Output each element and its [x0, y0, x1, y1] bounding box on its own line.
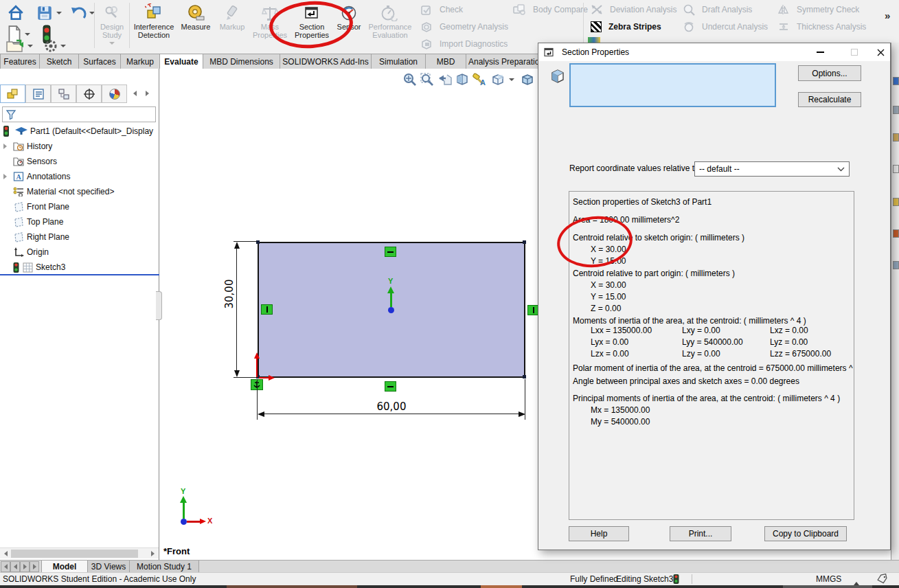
tab-scroll-prev-button[interactable] [10, 561, 20, 572]
scroll-left-arrow[interactable] [1, 550, 10, 558]
view-orientation-button[interactable] [490, 71, 506, 88]
tab-surfaces[interactable]: Surfaces [78, 54, 121, 69]
zoom-to-fit-button[interactable] [402, 71, 418, 88]
tab-simulation[interactable]: Simulation [371, 54, 426, 69]
print-button[interactable]: Print... [670, 526, 731, 541]
minimize-button[interactable] [810, 43, 830, 61]
tree-tab-scroll-left[interactable] [130, 89, 139, 98]
tab-mbd-dimensions[interactable]: MBD Dimensions [203, 54, 280, 69]
svg-text:A: A [480, 78, 486, 87]
tab-solidworks-addins[interactable]: SOLIDWORKS Add-Ins [280, 54, 372, 69]
tree-item-annotations[interactable]: A Annotations [0, 169, 159, 184]
scroll-right-arrow[interactable] [148, 550, 157, 558]
tree-item-top-plane[interactable]: Top Plane [0, 214, 159, 229]
deviation-analysis-label: Deviation Analysis [610, 5, 676, 14]
moment-lxz: Lxz = 0.00 [770, 326, 852, 335]
moment-lyx: Lyx = 0.00 [591, 337, 682, 347]
tree-horizontal-scrollbar[interactable] [0, 547, 159, 558]
tree-filter-input[interactable] [2, 106, 156, 122]
featuremanager-tab[interactable] [0, 84, 25, 103]
tree-item-part1[interactable]: Part1 (Default<<Default>_Display [0, 124, 159, 139]
task-pane-icon-fragment [893, 77, 899, 85]
property-manager-tab[interactable] [25, 84, 51, 103]
undo-icon[interactable] [70, 5, 87, 21]
home-icon[interactable] [7, 4, 25, 22]
tab-markup[interactable]: Markup [120, 54, 160, 69]
task-pane-strip[interactable] [891, 43, 899, 560]
save-icon[interactable] [36, 4, 54, 22]
tab-sketch[interactable]: Sketch [39, 54, 79, 69]
tag-icon[interactable] [876, 574, 888, 584]
quick-access-row1 [7, 4, 95, 22]
tree-item-right-plane[interactable]: Right Plane [0, 229, 159, 245]
open-icon[interactable] [5, 39, 25, 53]
tab-evaluate[interactable]: Evaluate [159, 54, 203, 69]
sketch-vertex[interactable] [523, 240, 526, 244]
performance-evaluation-icon [381, 2, 399, 21]
sketch-vertex[interactable] [523, 375, 526, 378]
expand-arrow-icon[interactable] [3, 142, 10, 151]
configuration-manager-tab[interactable] [51, 84, 76, 103]
status-separator [692, 574, 692, 584]
interference-detection-button[interactable]: Interference Detection [131, 2, 177, 39]
new-dropdown-caret[interactable] [25, 33, 30, 36]
horizontal-constraint-icon[interactable] [385, 381, 396, 392]
tree-tab-scroll-right[interactable] [143, 89, 151, 98]
rollback-bar[interactable] [0, 274, 159, 275]
toolbar-overflow-button[interactable]: » [885, 10, 890, 21]
close-button[interactable] [870, 43, 891, 61]
display-style-button[interactable] [519, 71, 536, 88]
tab-scroll-next-button[interactable] [20, 561, 30, 572]
dialog-titlebar[interactable]: Section Properties [538, 43, 890, 61]
previous-view-button[interactable] [437, 71, 453, 88]
tab-scroll-first-button[interactable] [1, 561, 10, 572]
dimxpert-manager-tab[interactable] [76, 84, 102, 103]
tab-scroll-last-button[interactable] [30, 561, 39, 572]
tree-item-front-plane[interactable]: Front Plane [0, 199, 159, 214]
tree-item-sensors[interactable]: Sensors [0, 154, 159, 169]
triad-y-label: Y [181, 487, 185, 495]
view-orientation-caret[interactable] [508, 71, 515, 88]
selection-list-box[interactable] [569, 63, 776, 107]
measure-button[interactable]: Measure [178, 2, 214, 31]
centroid-point[interactable] [388, 307, 394, 313]
traffic-light-icon [3, 126, 10, 137]
settings-dropdown-caret[interactable] [60, 45, 66, 47]
taskbar-fragment [227, 585, 357, 588]
tab-mbd[interactable]: MBD [425, 54, 466, 69]
expand-arrow-icon[interactable] [3, 172, 10, 181]
panel-splitter-handle[interactable] [156, 291, 162, 320]
thickness-analysis-button: Thickness Analysis [775, 20, 866, 34]
section-view-button[interactable] [454, 71, 470, 88]
scrollbar-thumb[interactable] [11, 550, 138, 558]
options-button[interactable]: Options... [798, 65, 861, 81]
vertical-constraint-icon[interactable] [261, 304, 273, 315]
units-indicator[interactable]: MMGS [816, 574, 841, 584]
tree-item-label: Sensors [27, 157, 57, 166]
tab-motion-study-1[interactable]: Motion Study 1 [129, 561, 199, 573]
tab-features[interactable]: Features [0, 54, 40, 69]
zoom-to-area-button[interactable] [419, 71, 435, 88]
dim-line-vertical[interactable] [236, 243, 237, 376]
tree-item-material[interactable]: Material <not specified> [0, 184, 159, 199]
tree-item-origin[interactable]: Origin [0, 245, 159, 260]
zebra-stripes-button[interactable]: Zebra Stripes [588, 20, 661, 34]
display-manager-tab[interactable] [102, 84, 127, 103]
width-dimension-text[interactable]: 60,00 [371, 400, 412, 413]
relative-to-dropdown[interactable]: -- default -- [694, 161, 850, 177]
tab-model[interactable]: Model [41, 561, 88, 573]
hide-show-items-button[interactable]: A [471, 71, 488, 88]
open-dropdown-caret[interactable] [27, 45, 33, 47]
save-dropdown-caret[interactable] [56, 12, 62, 14]
horizontal-constraint-icon[interactable] [385, 247, 396, 257]
copy-to-clipboard-button[interactable]: Copy to Clipboard [764, 526, 847, 541]
tab-analysis-preparation[interactable]: Analysis Preparation [466, 54, 547, 69]
tab-3d-views[interactable]: 3D Views [87, 561, 130, 573]
dim-line-horizontal[interactable] [259, 414, 524, 414]
gear-icon[interactable] [44, 39, 58, 53]
tree-item-sketch3[interactable]: Sketch3 [0, 260, 159, 275]
tree-item-history[interactable]: History [0, 139, 159, 154]
height-dimension-text[interactable]: 30,00 [223, 272, 236, 316]
recalculate-button[interactable]: Recalculate [798, 92, 861, 107]
help-button[interactable]: Help [569, 526, 629, 541]
